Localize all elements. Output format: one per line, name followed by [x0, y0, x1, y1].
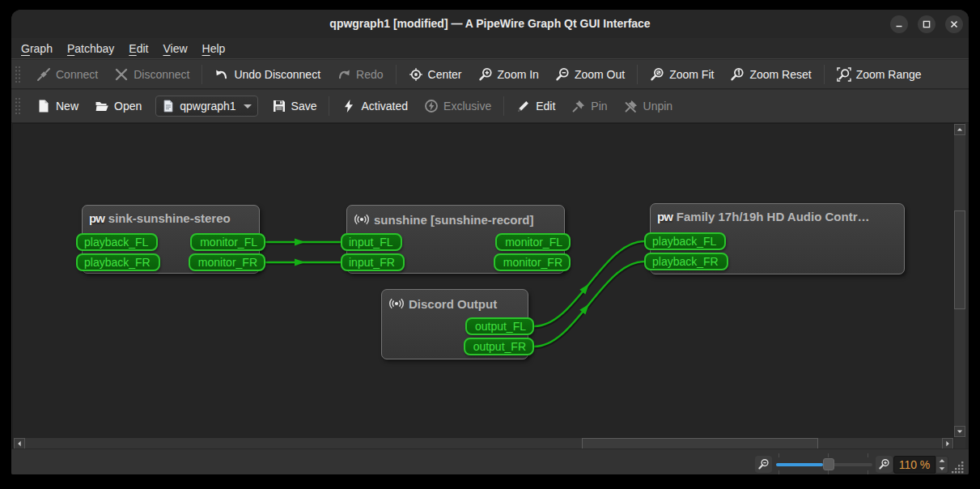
node-title-text: sink-sunshine-stereo — [108, 211, 231, 225]
node-title-text: Family 17h/19h HD Audio Contr… — [677, 210, 870, 223]
pin-button[interactable]: Pin — [563, 95, 615, 117]
undo-icon — [214, 67, 229, 82]
node-title: Discord Output — [382, 290, 528, 312]
titlebar: qpwgraph1 [modified] — A PipeWire Graph … — [11, 10, 969, 38]
activated-icon — [342, 99, 356, 113]
graph-toolbar: Connect Disconnect Undo Disconnect Redo — [11, 60, 969, 89]
scroll-down-button[interactable] — [954, 426, 965, 437]
exclusive-label: Exclusive — [443, 100, 491, 113]
menu-patchbay[interactable]: Patchbay — [60, 39, 121, 58]
session-combobox[interactable]: qpwgraph1 — [155, 96, 257, 117]
vertical-scrollbar[interactable] — [954, 124, 965, 437]
graph-canvas[interactable]: pw sink-sunshine-stereo playback_FL play… — [14, 124, 953, 437]
zoom-out-button[interactable]: Zoom Out — [547, 63, 633, 86]
maximize-icon — [922, 19, 931, 29]
port-monitor_FR-2[interactable]: monitor_FR — [494, 253, 571, 271]
toolbar-separator — [396, 65, 397, 84]
port-playback_FL[interactable]: playback_FL — [76, 233, 158, 251]
zoom-slider-handle[interactable] — [823, 458, 834, 470]
chevron-down-icon — [244, 104, 252, 108]
node-title-text: sunshine [sunshine-record] — [374, 213, 534, 227]
horizontal-scrollbar[interactable] — [14, 438, 953, 449]
scroll-up-button[interactable] — [954, 124, 965, 135]
scroll-right-button[interactable] — [942, 438, 953, 449]
zoom-spinbox[interactable]: 110 % — [893, 456, 935, 474]
save-icon — [272, 99, 286, 113]
zoom-fit-button[interactable]: Zoom Fit — [642, 63, 722, 86]
toolbar-separator — [329, 96, 329, 116]
arrow-up-icon — [939, 458, 945, 463]
port-label: monitor_FL — [200, 236, 257, 249]
scroll-left-button[interactable] — [14, 438, 25, 449]
arrow-down-icon — [939, 466, 945, 471]
port-output_FL[interactable]: output_FL — [465, 317, 534, 335]
port-playback_FR-2[interactable]: playback_FR — [644, 253, 728, 270]
zoom-fit-icon — [650, 67, 664, 82]
close-button[interactable] — [945, 15, 963, 33]
maximize-button[interactable] — [918, 15, 935, 33]
activated-label: Activated — [361, 100, 408, 113]
toolbar-drag-handle[interactable] — [15, 97, 21, 115]
vertical-scrollbar-thumb[interactable] — [954, 210, 965, 309]
redo-button[interactable]: Redo — [329, 63, 391, 86]
zoom-in-small-button[interactable] — [876, 456, 893, 473]
redo-icon — [337, 67, 351, 82]
port-label: playback_FR — [652, 255, 719, 268]
redo-label: Redo — [356, 68, 383, 81]
new-button[interactable]: New — [28, 95, 87, 117]
undo-disconnect-button[interactable]: Undo Disconnect — [206, 63, 329, 86]
exclusive-button[interactable]: Exclusive — [416, 95, 499, 117]
port-input_FL[interactable]: input_FL — [341, 233, 402, 251]
save-label: Save — [291, 100, 317, 113]
undo-disconnect-label: Undo Disconnect — [234, 68, 320, 81]
connect-label: Connect — [56, 68, 98, 81]
menu-edit[interactable]: Edit — [121, 39, 155, 58]
center-button[interactable]: Center — [401, 63, 470, 86]
spin-down-button[interactable] — [936, 465, 948, 473]
port-output_FR[interactable]: output_FR — [464, 338, 534, 355]
activated-button[interactable]: Activated — [333, 95, 416, 117]
wire-arrow — [295, 258, 305, 266]
unpin-label: Unpin — [643, 100, 673, 113]
app-window: qpwgraph1 [modified] — A PipeWire Graph … — [11, 10, 969, 474]
port-monitor_FR[interactable]: monitor_FR — [189, 253, 265, 271]
save-button[interactable]: Save — [264, 95, 325, 117]
toolbar-separator — [637, 65, 638, 84]
disconnect-button[interactable]: Disconnect — [106, 63, 197, 86]
horizontal-scrollbar-thumb[interactable] — [582, 438, 818, 449]
zoom-range-button[interactable]: Zoom Range — [829, 63, 930, 86]
unpin-icon — [624, 99, 638, 113]
spin-up-button[interactable] — [936, 457, 948, 465]
toolbar-drag-handle[interactable] — [15, 66, 21, 83]
port-monitor_FL[interactable]: monitor_FL — [190, 233, 265, 251]
port-label: playback_FL — [84, 236, 148, 249]
zoom-out-icon — [555, 67, 570, 82]
menu-view[interactable]: View — [155, 39, 194, 58]
zoom-out-small-button[interactable] — [755, 456, 772, 473]
edit-button[interactable]: Edit — [508, 95, 563, 117]
connection-wires — [14, 124, 953, 437]
open-button[interactable]: Open — [87, 95, 150, 117]
port-monitor_FL-2[interactable]: monitor_FL — [495, 233, 571, 251]
zoom-in-label: Zoom In — [498, 68, 539, 81]
menu-help[interactable]: Help — [195, 39, 233, 58]
zoom-in-button[interactable]: Zoom In — [470, 63, 547, 86]
pipewire-icon: pw — [89, 211, 104, 225]
toolbar-separator — [503, 96, 504, 116]
unpin-button[interactable]: Unpin — [616, 95, 681, 117]
resize-grip[interactable] — [951, 461, 965, 474]
port-label: output_FR — [473, 340, 526, 353]
port-playback_FL-2[interactable]: playback_FL — [644, 232, 726, 250]
port-input_FR[interactable]: input_FR — [341, 253, 405, 271]
menu-graph[interactable]: Graph — [14, 39, 60, 58]
port-playback_FR[interactable]: playback_FR — [76, 253, 160, 271]
zoom-spin-buttons — [935, 456, 948, 474]
minimize-button[interactable] — [890, 15, 908, 33]
port-label: input_FL — [349, 236, 392, 249]
zoom-reset-button[interactable]: Zoom Reset — [722, 63, 819, 86]
zoom-slider-fill — [776, 463, 823, 466]
connect-button[interactable]: Connect — [28, 63, 106, 86]
new-label: New — [56, 100, 78, 113]
new-icon — [36, 99, 51, 113]
scrollbar-corner — [954, 438, 965, 449]
